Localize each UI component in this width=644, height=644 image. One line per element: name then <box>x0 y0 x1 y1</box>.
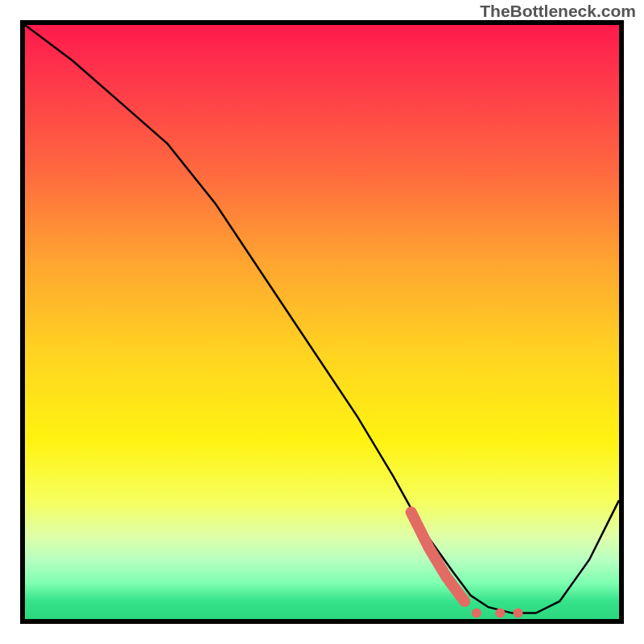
bottleneck-curve-path <box>25 25 619 613</box>
bottleneck-chart <box>25 25 619 619</box>
optimal-zone-dot <box>495 609 505 618</box>
optimal-zone-dot <box>472 609 481 618</box>
optimal-zone-dot <box>514 609 523 618</box>
watermark-text: TheBottleneck.com <box>480 2 636 21</box>
optimal-zone-path <box>411 512 464 601</box>
optimal-zone-dot <box>459 596 470 607</box>
chart-frame <box>20 20 624 624</box>
